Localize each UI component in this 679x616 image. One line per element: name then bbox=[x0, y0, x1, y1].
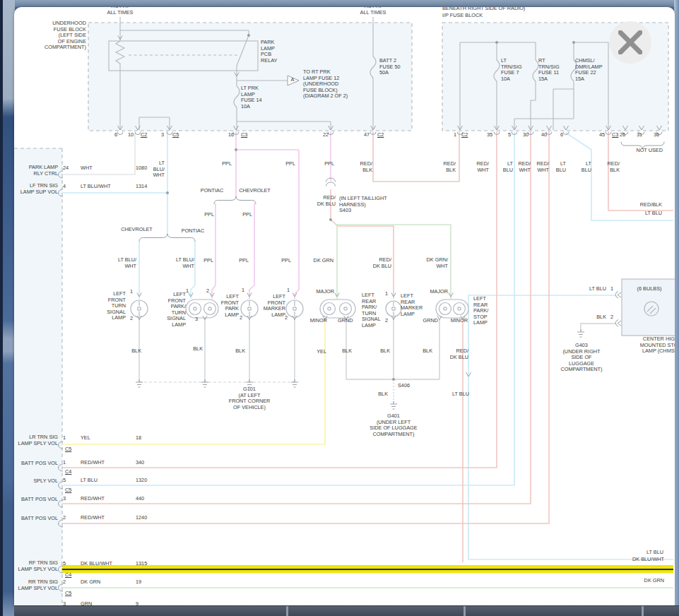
ground-g403: G403 (UNDER RIGHT SIDE OF LUGGAGE COMPAR… bbox=[550, 343, 613, 373]
wire-label: BLK bbox=[371, 391, 388, 398]
terminal: MAJOR bbox=[424, 289, 448, 295]
window-right-chrome bbox=[674, 0, 679, 616]
circuit: 19 bbox=[136, 579, 165, 586]
wire-label: RED/ BLK bbox=[353, 161, 372, 173]
pin: 1 bbox=[186, 288, 191, 295]
pin: 30 bbox=[523, 132, 534, 138]
bottom-bar-divider bbox=[642, 606, 644, 616]
connector: C5 bbox=[172, 132, 184, 138]
wire-label: BLK bbox=[186, 346, 203, 353]
lamp-name: LEFT FRONT PARK/ TURN SIGNAL LAMP bbox=[158, 292, 186, 328]
left-rear-park-turn-signal-lamp bbox=[320, 300, 355, 318]
connector: C2 bbox=[461, 132, 473, 138]
terminal: GRND bbox=[338, 318, 359, 324]
wire-label: BLK bbox=[373, 348, 390, 355]
pin: 24 bbox=[63, 165, 73, 172]
pin: 4 bbox=[63, 184, 73, 190]
brand-chevrolet: CHEVROLET bbox=[235, 188, 274, 194]
wire-color: RED/WHT bbox=[81, 515, 131, 521]
wire-label: PPL bbox=[212, 161, 232, 167]
wire-label: BLK bbox=[335, 348, 352, 355]
wire-label: BLK bbox=[228, 348, 245, 355]
close-icon bbox=[618, 30, 642, 54]
terminal: GRND bbox=[417, 318, 438, 324]
pin: 3 bbox=[195, 316, 201, 323]
connector: C5 bbox=[65, 446, 76, 453]
pin: 1 bbox=[610, 286, 616, 292]
wire-label: DK GRN bbox=[302, 258, 333, 264]
connector: C5 bbox=[65, 591, 76, 597]
app-window: HOT AT ALL TIMESHOT AT ALL TIMESBENEATH … bbox=[0, 0, 679, 616]
circuit: 18 bbox=[136, 435, 165, 442]
bottom-bar-divider bbox=[464, 606, 466, 616]
pin: 3 bbox=[161, 132, 172, 138]
connector: C4 bbox=[65, 572, 76, 579]
pin: 2 bbox=[130, 316, 136, 322]
wire-label: RED/ BLK bbox=[436, 161, 456, 173]
circuit: 340 bbox=[136, 460, 165, 466]
module-row-label: RR TRN SIG LAMP SPLY VOL bbox=[14, 579, 58, 591]
wire-label: LT BLU bbox=[495, 161, 513, 173]
pin: 16 bbox=[228, 132, 240, 138]
left-rear-park-stop-lamp bbox=[436, 300, 468, 318]
wire-label: LT BLU bbox=[628, 211, 662, 217]
pin: 1 bbox=[63, 460, 73, 466]
lamp-name: LEFT REAR MARKER LAMP bbox=[401, 293, 427, 317]
lamp-name: LEFT FRONT MARKER LAMP bbox=[254, 294, 285, 318]
bottom-bar bbox=[14, 605, 679, 616]
pin: 47 bbox=[364, 132, 375, 138]
wire-label: PPL bbox=[235, 212, 252, 218]
circuit: 1240 bbox=[136, 515, 165, 521]
left-rear-marker-lamp bbox=[386, 301, 401, 316]
ground-g101: G101 (AT LEFT FRONT CORNER OF VEHICLE) bbox=[219, 386, 280, 410]
module-row-label: LF TRN SIG LAMP SUP VOL bbox=[14, 183, 58, 195]
wire-label: LT BLU/ WHT bbox=[145, 160, 165, 179]
ground-g401: G401 (UNDER LEFT SIDE OF LUGGAGE COMPART… bbox=[357, 413, 430, 437]
wire-label: LT BLU bbox=[581, 286, 606, 292]
wire-label: BLK bbox=[124, 348, 141, 355]
brand-brace bbox=[214, 196, 256, 204]
wire-label: BLK bbox=[415, 348, 432, 355]
ref-a: A bbox=[288, 77, 297, 83]
circuit: 1314 bbox=[136, 184, 165, 190]
wire-label: PPL bbox=[273, 258, 291, 264]
wire-label: PPL bbox=[314, 161, 334, 167]
pin: 40 bbox=[541, 132, 553, 138]
wire-color: RED/WHT bbox=[81, 460, 131, 466]
splice-s403: (IN LEFT TAILLIGHT HARNESS) S403 bbox=[339, 196, 404, 214]
connector: C4 bbox=[65, 469, 76, 475]
module-box-fill bbox=[14, 148, 62, 606]
pin: 36 bbox=[654, 132, 665, 138]
lamp-name: LEFT REAR PARK/ TURN SIGNAL LAMP bbox=[362, 292, 382, 329]
fuse11-label: RT TRN/SIG FUSE 11 15A bbox=[538, 58, 571, 82]
module-row-label: BATT POS VOL bbox=[14, 497, 58, 503]
wire-color: DK GRN bbox=[81, 579, 131, 586]
connector: C5 bbox=[65, 487, 76, 494]
wire-label: LT BLU/ WHT bbox=[112, 257, 136, 269]
module-row-label: RF TRN SIG LAMP SPLY VOL bbox=[14, 560, 58, 572]
close-button[interactable] bbox=[609, 21, 651, 64]
lamp-name: LEFT REAR PARK/ STOP LAMP bbox=[473, 296, 499, 326]
wire-color: DK BLU/WHT bbox=[81, 561, 131, 567]
to-rt-prk-note: TO RT PRK LAMP FUSE 12 (UNDERHOOD FUSE B… bbox=[303, 69, 368, 100]
window-top-chrome bbox=[0, 0, 679, 7]
pin: 6 bbox=[560, 132, 572, 138]
pin: 1 bbox=[130, 289, 136, 295]
wire-label: RED/ WHT bbox=[469, 161, 489, 173]
pin: 1 bbox=[242, 288, 247, 294]
wire-ppl bbox=[212, 131, 331, 299]
wire-label: RED/BLK bbox=[628, 202, 662, 208]
wire-label: PPL bbox=[196, 212, 214, 218]
pin: 2 bbox=[240, 315, 245, 321]
wire-label: LT BLU bbox=[574, 161, 591, 173]
pin: 3 bbox=[63, 496, 73, 502]
ip-fuse-block-name: I/P FUSE BLOCK bbox=[442, 13, 598, 19]
wire-label: RED/ DK BLU bbox=[364, 257, 391, 269]
wire-label: PPL bbox=[276, 161, 295, 167]
wire-dkgrn bbox=[62, 225, 673, 588]
pin: 5 bbox=[63, 478, 73, 484]
wire-label: PPL bbox=[231, 258, 249, 264]
splice-s406: S406 bbox=[398, 383, 419, 389]
pin: 31 bbox=[637, 132, 648, 138]
pin: 26 bbox=[620, 132, 631, 138]
